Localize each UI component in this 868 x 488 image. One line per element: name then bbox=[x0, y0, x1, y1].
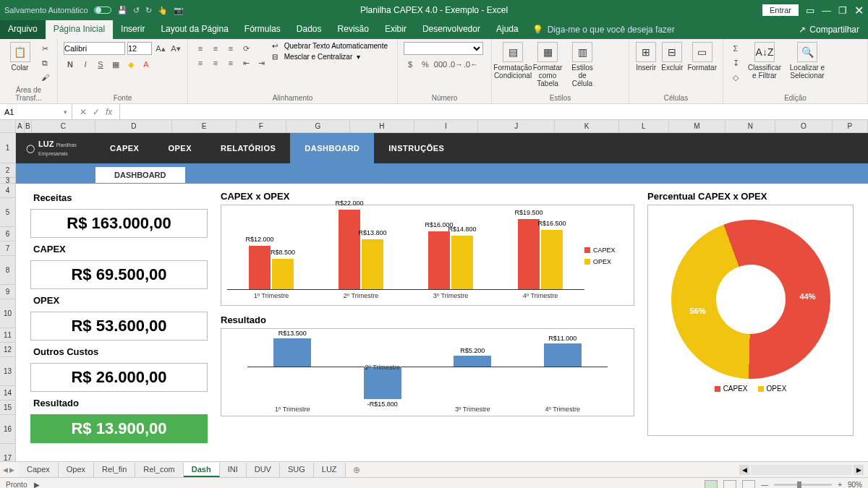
copy-icon[interactable]: ⧉ bbox=[38, 56, 51, 69]
number-format-select[interactable] bbox=[404, 42, 483, 55]
orientation-icon[interactable]: ⟳ bbox=[239, 42, 252, 55]
menu-tab-desenvolvedor[interactable]: Desenvolvedor bbox=[414, 20, 488, 39]
sort-filter-button[interactable]: A↓ZClassificar e Filtrar bbox=[746, 42, 783, 80]
menu-tab-página-inicial[interactable]: Página Inicial bbox=[46, 20, 113, 39]
sheet-tab-dash[interactable]: Dash bbox=[184, 463, 220, 477]
cancel-formula-icon[interactable]: ✕ bbox=[80, 107, 87, 117]
ribbon-options-icon[interactable]: ▭ bbox=[806, 5, 814, 16]
increase-font-icon[interactable]: A▴ bbox=[154, 42, 167, 55]
sheet-tab-duv[interactable]: DUV bbox=[247, 463, 280, 477]
macro-record-icon[interactable]: ▶ bbox=[34, 481, 40, 488]
fill-color-icon[interactable]: ◆ bbox=[124, 58, 137, 71]
chart-donut[interactable]: 56% 44% CAPEX OPEX bbox=[647, 205, 854, 436]
increase-decimal-icon[interactable]: .0→ bbox=[449, 58, 462, 71]
sub-tab-dashboard[interactable]: DASHBOARD bbox=[95, 167, 185, 183]
align-top-icon[interactable]: ≡ bbox=[194, 42, 207, 55]
align-bottom-icon[interactable]: ≡ bbox=[224, 42, 237, 55]
tab-scroll-left-icon[interactable]: ◀ bbox=[3, 466, 8, 474]
find-select-button[interactable]: 🔍Localizar e Selecionar bbox=[787, 42, 827, 80]
column-headers[interactable]: ABCDEFGHIJKLMNOP bbox=[16, 120, 868, 133]
menu-tab-layout-da-página[interactable]: Layout da Página bbox=[153, 20, 236, 39]
fx-icon[interactable]: fx bbox=[106, 107, 112, 117]
nav-tab-opex[interactable]: OPEX bbox=[153, 133, 206, 163]
italic-icon[interactable]: I bbox=[79, 58, 92, 71]
sheet-tab-capex[interactable]: Capex bbox=[19, 463, 59, 477]
align-left-icon[interactable]: ≡ bbox=[194, 56, 207, 69]
nav-tab-capex[interactable]: CAPEX bbox=[95, 133, 153, 163]
menu-tab-revisão[interactable]: Revisão bbox=[330, 20, 377, 39]
sheet-tab-sug[interactable]: SUG bbox=[280, 463, 314, 477]
save-icon[interactable]: 💾 bbox=[117, 6, 127, 15]
sheet-tab-luz[interactable]: LUZ bbox=[314, 463, 346, 477]
underline-icon[interactable]: S bbox=[94, 58, 107, 71]
sheet-tab-opex[interactable]: Opex bbox=[59, 463, 94, 477]
row-headers[interactable]: 1234567891011121314151617 bbox=[0, 133, 16, 461]
tab-scroll-right-icon[interactable]: ▶ bbox=[9, 466, 14, 474]
menu-tab-ajuda[interactable]: Ajuda bbox=[488, 20, 527, 39]
delete-cells-button[interactable]: ⊟Excluir bbox=[661, 42, 683, 72]
horizontal-scrollbar[interactable]: ◀▶ bbox=[739, 465, 868, 475]
format-painter-icon[interactable]: 🖌 bbox=[38, 71, 51, 84]
zoom-out-icon[interactable]: — bbox=[761, 481, 768, 488]
select-all-corner[interactable] bbox=[0, 120, 16, 133]
merge-center-button[interactable]: ⊟ Mesclar e Centralizar ▾ bbox=[272, 53, 388, 61]
border-icon[interactable]: ▦ bbox=[109, 58, 122, 71]
zoom-level[interactable]: 90% bbox=[848, 481, 862, 488]
close-icon[interactable]: ✕ bbox=[854, 4, 864, 17]
format-cells-button[interactable]: ▭Formatar bbox=[687, 42, 717, 72]
cut-icon[interactable]: ✂ bbox=[38, 42, 51, 55]
chart-resultado[interactable]: R$13.500-R$15.800R$5.200R$11.000 1º Trim… bbox=[221, 328, 634, 416]
font-name-select[interactable] bbox=[64, 42, 125, 55]
undo-icon[interactable]: ↺ bbox=[133, 6, 140, 15]
page-layout-view-icon[interactable] bbox=[723, 480, 736, 489]
menu-tab-exibir[interactable]: Exibir bbox=[377, 20, 414, 39]
align-center-icon[interactable]: ≡ bbox=[209, 56, 222, 69]
menu-tab-inserir[interactable]: Inserir bbox=[113, 20, 153, 39]
share-button[interactable]: ↗ Compartilhar bbox=[790, 20, 868, 39]
percent-icon[interactable]: % bbox=[419, 58, 432, 71]
decrease-font-icon[interactable]: A▾ bbox=[169, 42, 182, 55]
nav-tab-dashboard[interactable]: DASHBOARD bbox=[290, 133, 374, 163]
nav-tab-instruções[interactable]: INSTRUÇÕES bbox=[374, 133, 459, 163]
insert-cells-button[interactable]: ⊞Inserir bbox=[635, 42, 657, 72]
align-middle-icon[interactable]: ≡ bbox=[209, 42, 222, 55]
chart-capex-opex[interactable]: R$12.000R$8.500R$22.000R$13.800R$16.000R… bbox=[221, 205, 634, 306]
font-size-select[interactable] bbox=[127, 42, 152, 55]
menu-tab-fórmulas[interactable]: Fórmulas bbox=[237, 20, 289, 39]
comma-icon[interactable]: 000 bbox=[434, 58, 447, 71]
zoom-slider[interactable] bbox=[774, 484, 832, 486]
name-box[interactable]: A1▾ bbox=[0, 104, 72, 119]
normal-view-icon[interactable] bbox=[705, 480, 718, 489]
cell-styles-button[interactable]: ▥Estilos de Célula bbox=[567, 42, 597, 87]
conditional-format-button[interactable]: ▤Formatação Condicional bbox=[498, 42, 528, 80]
increase-indent-icon[interactable]: ⇥ bbox=[255, 56, 268, 69]
wrap-text-button[interactable]: ↩ Quebrar Texto Automaticamente bbox=[272, 42, 388, 50]
clear-icon[interactable]: ◇ bbox=[729, 71, 742, 84]
nav-tab-relatórios[interactable]: RELATÓRIOS bbox=[206, 133, 290, 163]
sheet-tab-ini[interactable]: INI bbox=[220, 463, 247, 477]
formula-input[interactable] bbox=[120, 104, 868, 119]
zoom-in-icon[interactable]: + bbox=[838, 481, 842, 488]
fill-icon[interactable]: ↧ bbox=[729, 56, 742, 69]
tell-me-search[interactable]: 💡 Diga-me o que você deseja fazer bbox=[527, 20, 681, 39]
decrease-indent-icon[interactable]: ⇤ bbox=[239, 56, 252, 69]
currency-icon[interactable]: $ bbox=[404, 58, 417, 71]
worksheet-grid[interactable]: ABCDEFGHIJKLMNOP 12345678910111213141516… bbox=[0, 120, 868, 461]
minimize-icon[interactable]: — bbox=[822, 5, 831, 16]
paste-button[interactable]: 📋 Colar bbox=[6, 42, 34, 72]
align-right-icon[interactable]: ≡ bbox=[224, 56, 237, 69]
touch-icon[interactable]: 👆 bbox=[158, 6, 168, 15]
sheet-tab-rel_fin[interactable]: Rel_fin bbox=[94, 463, 135, 477]
maximize-icon[interactable]: ❐ bbox=[838, 5, 847, 16]
menu-tab-arquivo[interactable]: Arquivo bbox=[0, 20, 46, 39]
bold-icon[interactable]: N bbox=[64, 58, 77, 71]
decrease-decimal-icon[interactable]: .0← bbox=[464, 58, 477, 71]
enter-formula-icon[interactable]: ✓ bbox=[93, 107, 100, 117]
camera-icon[interactable]: 📷 bbox=[174, 6, 184, 15]
font-color-icon[interactable]: A bbox=[140, 58, 153, 71]
menu-tab-dados[interactable]: Dados bbox=[289, 20, 330, 39]
format-table-button[interactable]: ▦Formatar como Tabela bbox=[532, 42, 563, 87]
page-break-view-icon[interactable] bbox=[742, 480, 755, 489]
autosave-toggle[interactable] bbox=[94, 7, 111, 14]
add-sheet-button[interactable]: ⊕ bbox=[346, 465, 367, 475]
